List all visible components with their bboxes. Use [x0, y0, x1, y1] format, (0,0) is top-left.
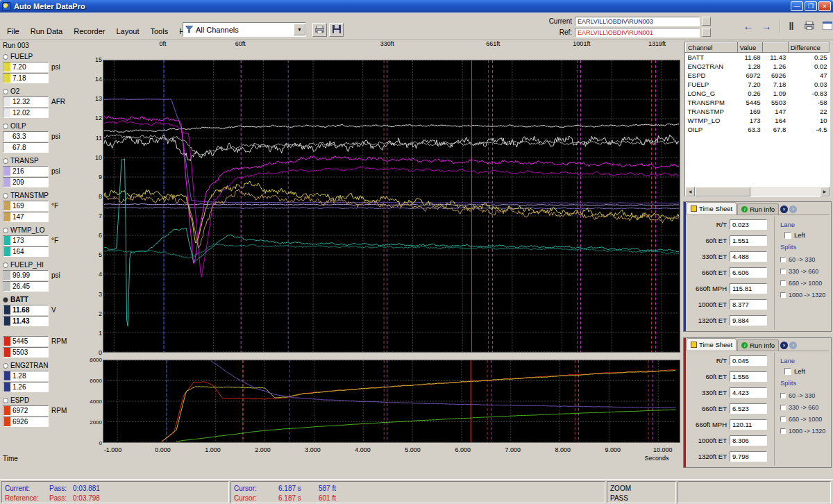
menu-run-data[interactable]: Run Data	[25, 25, 68, 37]
table-row[interactable]: OILP63.367.8-4.5	[686, 125, 830, 134]
table-row[interactable]: WTMP_LO17316410	[686, 116, 830, 125]
channel-color-swatch	[4, 236, 10, 245]
table-row[interactable]: ESPD6972692647	[686, 71, 830, 80]
trace-batt_current	[104, 124, 679, 132]
table-row[interactable]: LONG_G0.261.09-0.83	[686, 89, 830, 98]
current-run-picker-button[interactable]	[702, 17, 711, 26]
minimize-button[interactable]: —	[791, 1, 803, 11]
close-button[interactable]: ×	[818, 1, 831, 11]
status-reference-pass-label: Pass:	[49, 494, 73, 502]
y-tick-label: 14	[89, 76, 102, 83]
lane-left-checkbox[interactable]: Left	[784, 367, 827, 375]
status-empty-panel	[678, 481, 831, 503]
split-item[interactable]: 330 -> 660	[780, 401, 827, 413]
table-hscrollbar[interactable]: ◀ ▶	[685, 187, 830, 196]
table-cell: -4.5	[788, 125, 829, 134]
print-button[interactable]	[312, 23, 327, 37]
radio-icon[interactable]	[3, 398, 8, 403]
timesheet-row: 660ft MPH115.81	[687, 280, 774, 296]
timesheet-value: 4.423	[730, 387, 767, 398]
channel-filter-combo[interactable]: All Channels ▼	[183, 22, 306, 37]
table-row[interactable]: TRANSRPM54455503-58	[686, 98, 830, 107]
channel-color-swatch	[4, 201, 10, 210]
channel-block-o2: O212.32AFR12.02	[3, 87, 89, 118]
menu-recorder[interactable]: Recorder	[68, 25, 110, 37]
channel-color-swatch	[4, 271, 10, 280]
channel-color-swatch	[4, 74, 10, 83]
radio-icon[interactable]	[3, 228, 8, 233]
checkbox-icon	[780, 280, 786, 286]
menu-tools[interactable]: Tools	[145, 25, 174, 37]
channel-name: WTMP_LO	[10, 226, 44, 234]
x-tick-label: 6.000	[447, 446, 479, 453]
save-button[interactable]	[329, 23, 344, 37]
radio-icon[interactable]	[3, 124, 8, 129]
x-tick-label: 4.000	[347, 446, 379, 453]
table-row[interactable]: FUELP7.207.180.03	[686, 80, 830, 89]
rpm-chart[interactable]	[103, 360, 680, 443]
radio-icon[interactable]	[3, 54, 8, 60]
checkbox-icon	[780, 428, 786, 434]
radio-icon[interactable]	[3, 193, 8, 199]
cursor-reference-label: Cursor:	[234, 494, 278, 502]
split-item[interactable]: 660 -> 1000	[780, 413, 827, 425]
lane-left-checkbox[interactable]: Left	[784, 231, 827, 239]
pin-panel-icon[interactable]: ‹	[789, 205, 797, 213]
split-item[interactable]: 330 -> 660	[780, 265, 827, 277]
y-tick-label: 2	[89, 310, 102, 317]
radio-icon[interactable]	[3, 89, 8, 94]
radio-icon[interactable]	[3, 262, 8, 268]
main-chart[interactable]	[103, 60, 680, 353]
close-panel-icon[interactable]: ×	[780, 205, 788, 213]
table-header[interactable]: Difference	[788, 43, 829, 53]
close-panel-icon[interactable]: ×	[780, 342, 788, 349]
scroll-thumb[interactable]	[695, 187, 750, 196]
reference-run-picker-button[interactable]	[702, 28, 711, 37]
channel-block-fuelp_hi: FUELP_HI99.99psi26.45	[3, 260, 89, 292]
nav-back-button[interactable]: ←	[740, 18, 757, 35]
radio-icon[interactable]	[3, 297, 8, 303]
maximize-button[interactable]: ❐	[805, 1, 817, 11]
x-tick-label: -1.000	[96, 446, 128, 453]
lane-option-label: Left	[794, 231, 805, 239]
scroll-right-icon[interactable]: ▶	[820, 187, 830, 196]
distance-marker-label: 60ft	[225, 40, 255, 47]
app-window: Auto Meter DataPro — ❐ × FileRun DataRec…	[0, 0, 833, 504]
tab-run-info[interactable]: iRun Info	[737, 203, 779, 215]
radio-icon[interactable]	[3, 158, 8, 164]
table-row[interactable]: TRANSTMP16914722	[686, 107, 830, 116]
scroll-left-icon[interactable]: ◀	[685, 187, 695, 196]
table-header[interactable]: Channel	[686, 43, 738, 53]
split-item[interactable]: 1000 -> 1320	[780, 425, 827, 437]
split-item[interactable]: 660 -> 1000	[780, 277, 827, 289]
info-icon: i	[741, 342, 748, 348]
timesheet-value: 9.798	[730, 451, 767, 462]
menu-file[interactable]: File	[1, 25, 25, 37]
radio-icon[interactable]	[3, 363, 8, 369]
print-report-button[interactable]	[801, 18, 818, 35]
tab-run-info[interactable]: iRun Info	[737, 339, 779, 351]
split-item[interactable]: 60 -> 330	[780, 389, 827, 401]
menu-layout[interactable]: Layout	[110, 25, 144, 37]
nav-forward-button[interactable]: →	[758, 18, 775, 35]
tab-time-sheet[interactable]: Time Sheet	[687, 202, 737, 215]
table-header[interactable]	[763, 43, 789, 53]
table-row[interactable]: BATT11.6811.430.25	[686, 53, 830, 62]
table-header[interactable]: Value	[737, 43, 763, 53]
table-cell: 22	[788, 107, 829, 116]
table-row[interactable]: ENG2TRAN1.281.260.02	[686, 62, 830, 71]
distance-ruler: 0ft60ft330ft661ft1001ft1319ft	[103, 40, 680, 49]
tab-time-sheet[interactable]: Time Sheet	[687, 338, 737, 351]
cursor-link-button[interactable]: ‖	[783, 18, 800, 35]
split-item[interactable]: 60 -> 330	[780, 253, 827, 265]
scroll-track[interactable]	[750, 187, 820, 196]
chevron-down-icon[interactable]: ▼	[294, 24, 305, 35]
split-item[interactable]: 1000 -> 1320	[780, 289, 827, 301]
tile-windows-button[interactable]	[819, 18, 833, 35]
reference-run-field[interactable]: EARLVILL\OBDIV\RUN001	[575, 28, 700, 37]
table-cell: 47	[788, 71, 829, 80]
current-run-field[interactable]: EARLVILL\OBDIV\RUN003	[575, 17, 700, 26]
timesheet-row-label: 1320ft ET	[687, 317, 730, 324]
pin-panel-icon[interactable]: ‹	[789, 342, 797, 349]
status-current-pass-label: Pass:	[49, 485, 73, 492]
